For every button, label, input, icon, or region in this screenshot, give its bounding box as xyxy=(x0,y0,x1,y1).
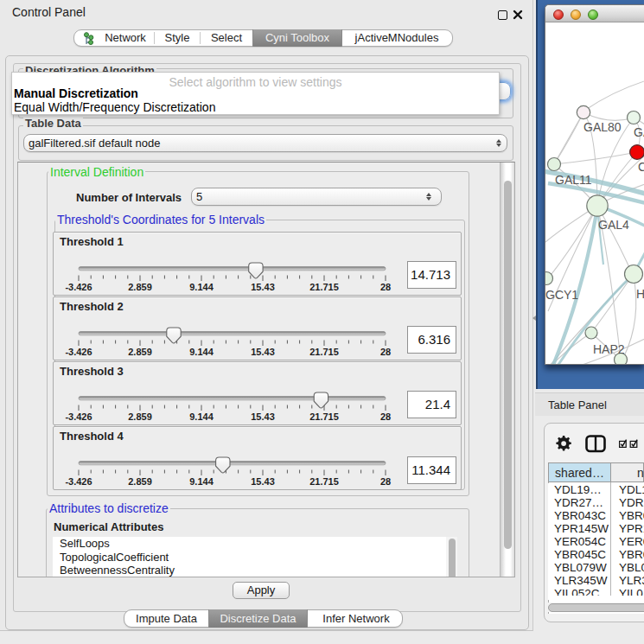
svg-text:-3.426: -3.426 xyxy=(65,411,92,422)
svg-text:21.715: 21.715 xyxy=(309,282,339,292)
svg-text:2.859: 2.859 xyxy=(128,411,152,422)
svg-text:C: C xyxy=(638,160,644,174)
svg-text:GAL80: GAL80 xyxy=(583,120,622,134)
svg-text:15.43: 15.43 xyxy=(251,411,275,422)
svg-text:2.859: 2.859 xyxy=(128,476,152,487)
svg-text:-3.426: -3.426 xyxy=(65,282,92,292)
svg-text:28: 28 xyxy=(380,282,391,292)
svg-text:28: 28 xyxy=(380,476,391,487)
svg-text:9.144: 9.144 xyxy=(189,347,214,357)
svg-text:H: H xyxy=(636,287,644,301)
svg-text:-3.426: -3.426 xyxy=(65,476,92,487)
svg-text:28: 28 xyxy=(380,411,391,422)
svg-text:28: 28 xyxy=(380,347,391,357)
svg-text:21.715: 21.715 xyxy=(309,476,339,487)
svg-text:GAL4: GAL4 xyxy=(598,218,629,232)
svg-text:2.859: 2.859 xyxy=(128,347,152,357)
svg-text:-3.426: -3.426 xyxy=(65,347,92,357)
svg-text:9.144: 9.144 xyxy=(189,476,214,487)
svg-text:21.715: 21.715 xyxy=(309,411,339,422)
svg-text:GAL11: GAL11 xyxy=(555,173,592,187)
svg-text:9.144: 9.144 xyxy=(189,411,214,422)
svg-text:15.43: 15.43 xyxy=(251,282,275,292)
svg-text:2.859: 2.859 xyxy=(128,282,152,292)
svg-text:15.43: 15.43 xyxy=(251,476,275,487)
svg-text:21.715: 21.715 xyxy=(309,347,339,357)
svg-text:15.43: 15.43 xyxy=(251,347,275,357)
svg-text:9.144: 9.144 xyxy=(189,282,214,292)
svg-text:HAP2: HAP2 xyxy=(593,342,625,356)
svg-text:GA: GA xyxy=(634,125,644,139)
svg-text:GCY1: GCY1 xyxy=(545,288,578,302)
